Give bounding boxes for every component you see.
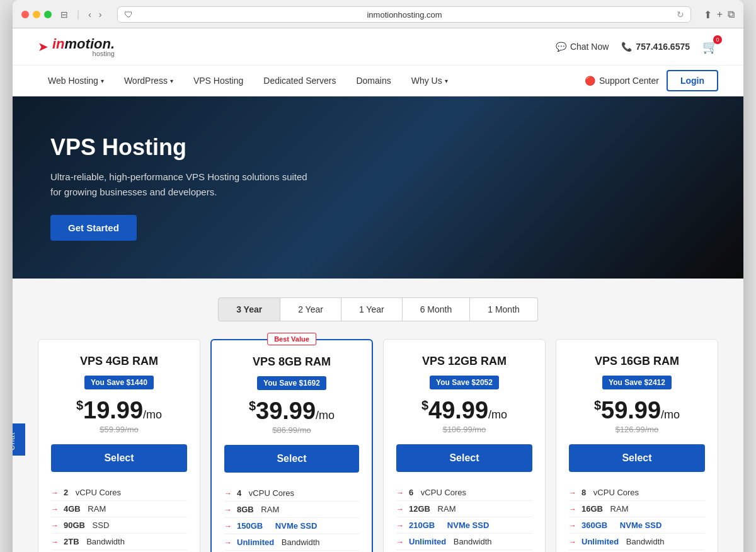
arrow-icon: → [396, 521, 404, 530]
feature-ram-8gb: →8GB RAM [224, 501, 359, 517]
arrow-icon: → [51, 505, 59, 514]
price-original-8gb: $86.99/mo [224, 425, 359, 435]
term-tabs: 3 Year 2 Year 1 Year 6 Month 1 Month [38, 297, 718, 321]
feature-ram-4gb: →4GB RAM [51, 500, 187, 517]
cart-badge: 0 [713, 35, 722, 44]
plans-grid: VPS 4GB RAM You Save $1440 $19.99/mo $59… [38, 339, 718, 552]
nav-right: 🔴 Support Center Login [585, 70, 718, 91]
phone-icon: 📞 [621, 42, 632, 52]
nav-wordpress[interactable]: WordPress ▾ [114, 66, 183, 96]
term-tab-1month[interactable]: 1 Month [470, 297, 538, 321]
feature-vcpu-4gb: →2 vCPU Cores [51, 485, 187, 500]
feature-ssd-16gb: →360GB NVMe SSD [569, 517, 705, 533]
close-button[interactable] [21, 11, 29, 18]
features-list-16gb: →8 vCPU Cores →16GB RAM →360GB NVMe SSD … [569, 485, 705, 552]
nav-web-hosting[interactable]: Web Hosting ▾ [38, 66, 114, 96]
tab-overview-icon[interactable]: ⧉ [728, 9, 735, 21]
feature-bandwidth-4gb: →2TB Bandwidth [51, 533, 187, 549]
price-original-4gb: $59.99/mo [51, 425, 187, 434]
feature-vcpu-16gb: →8 vCPU Cores [569, 485, 705, 500]
feature-ips-12gb: →5 Dedicated IPs [396, 549, 532, 552]
address-bar[interactable]: 🛡 inmotionhosting.com ↻ [117, 6, 691, 23]
arrow-icon: → [51, 521, 59, 530]
chevron-down-icon: ▾ [445, 78, 448, 84]
url-display: inmotionhosting.com [138, 10, 672, 20]
chat-now-button[interactable]: 💬 Chat Now [556, 42, 609, 52]
arrow-icon: → [224, 489, 232, 498]
nav-dedicated-servers[interactable]: Dedicated Servers [253, 66, 346, 96]
features-list-8gb: →4 vCPU Cores →8GB RAM →150GB NVMe SSD →… [224, 485, 359, 552]
chat-icon: 💬 [556, 42, 566, 52]
feature-ssd-12gb: →210GB NVMe SSD [396, 517, 532, 533]
feature-bandwidth-8gb: →Unlimited Bandwidth [224, 534, 359, 550]
price-main-8gb: $39.99/mo [224, 399, 359, 423]
price-block-12gb: $49.99/mo $106.99/mo [396, 398, 532, 434]
arrow-icon: → [569, 538, 576, 546]
feature-bandwidth-16gb: →Unlimited Bandwidth [569, 533, 705, 549]
arrow-icon: → [51, 488, 59, 497]
feature-ram-16gb: →16GB RAM [569, 500, 705, 517]
feature-ssd-4gb: →90GB SSD [51, 517, 187, 533]
chevron-down-icon: ▾ [101, 78, 104, 84]
term-tab-3year[interactable]: 3 Year [218, 297, 280, 321]
arrow-icon: → [396, 488, 404, 497]
nav-why-us[interactable]: Why Us ▾ [401, 66, 458, 96]
select-button-16gb[interactable]: Select [569, 444, 705, 472]
select-button-12gb[interactable]: Select [396, 444, 532, 472]
nav-items: Web Hosting ▾ WordPress ▾ VPS Hosting De… [38, 66, 585, 96]
arrow-icon: → [224, 505, 232, 514]
login-button[interactable]: Login [667, 70, 718, 91]
features-list-4gb: →2 vCPU Cores →4GB RAM →90GB SSD →2TB Ba… [51, 485, 187, 552]
get-started-button[interactable]: Get Started [50, 215, 137, 241]
forward-button[interactable]: › [96, 8, 105, 21]
sales-chat-tab[interactable]: Sales Chat [13, 423, 25, 456]
arrow-icon: → [569, 521, 576, 530]
new-tab-icon[interactable]: + [717, 9, 723, 21]
chevron-down-icon: ▾ [170, 78, 173, 84]
support-icon: 🔴 [585, 76, 595, 86]
term-tab-2year[interactable]: 2 Year [280, 297, 341, 321]
cart-button[interactable]: 🛒 0 [702, 39, 718, 54]
select-button-4gb[interactable]: Select [51, 444, 187, 472]
plan-name-4gb: VPS 4GB RAM [51, 355, 187, 368]
plan-card-4gb: VPS 4GB RAM You Save $1440 $19.99/mo $59… [38, 339, 200, 552]
price-main-4gb: $19.99/mo [51, 398, 187, 422]
minimize-button[interactable] [33, 11, 40, 18]
savings-badge-8gb: You Save $1692 [257, 376, 326, 390]
browser-chrome: ⊟ | ‹ › 🛡 inmotionhosting.com ↻ ⬆ + ⧉ [13, 0, 743, 28]
features-list-12gb: →6 vCPU Cores →12GB RAM →210GB NVMe SSD … [396, 485, 532, 552]
logo-arrow-icon: ➤ [38, 39, 49, 54]
price-block-8gb: $39.99/mo $86.99/mo [224, 399, 359, 435]
price-original-12gb: $106.99/mo [396, 425, 532, 434]
price-block-4gb: $19.99/mo $59.99/mo [51, 398, 187, 434]
feature-vcpu-8gb: →4 vCPU Cores [224, 485, 359, 501]
arrow-icon: → [224, 538, 232, 547]
arrow-icon: → [396, 538, 404, 546]
support-center-button[interactable]: 🔴 Support Center [585, 76, 659, 86]
feature-ips-4gb: →2 Dedicated IPs [51, 549, 187, 552]
phone-number[interactable]: 📞 757.416.6575 [621, 42, 690, 52]
arrow-icon: → [569, 488, 576, 497]
maximize-button[interactable] [44, 11, 52, 18]
feature-bandwidth-12gb: →Unlimited Bandwidth [396, 533, 532, 549]
price-main-16gb: $59.99/mo [569, 398, 705, 422]
savings-badge-4gb: You Save $1440 [84, 376, 154, 389]
term-tab-6month[interactable]: 6 Month [403, 297, 471, 321]
plan-card-8gb: Best Value VPS 8GB RAM You Save $1692 $3… [210, 339, 373, 552]
sidebar-toggle[interactable]: ⊟ [58, 8, 71, 21]
hero-section: VPS Hosting Ultra-reliable, high-perform… [13, 96, 743, 279]
share-icon[interactable]: ⬆ [704, 9, 712, 21]
top-right-actions: 💬 Chat Now 📞 757.416.6575 🛒 0 [556, 39, 718, 54]
best-value-badge: Best Value [267, 333, 316, 345]
plan-name-16gb: VPS 16GB RAM [569, 355, 705, 368]
back-button[interactable]: ‹ [86, 8, 94, 21]
term-tab-1year[interactable]: 1 Year [341, 297, 403, 321]
main-nav: Web Hosting ▾ WordPress ▾ VPS Hosting De… [13, 66, 743, 96]
nav-domains[interactable]: Domains [346, 66, 401, 96]
logo: ➤ inmotion. hosting [38, 36, 115, 57]
feature-ips-16gb: →10 Dedicated IPs [569, 549, 705, 552]
traffic-lights [21, 11, 52, 18]
nav-vps-hosting[interactable]: VPS Hosting [183, 66, 253, 96]
select-button-8gb[interactable]: Select [224, 445, 359, 473]
browser-window: ⊟ | ‹ › 🛡 inmotionhosting.com ↻ ⬆ + ⧉ ➤ [13, 0, 743, 552]
